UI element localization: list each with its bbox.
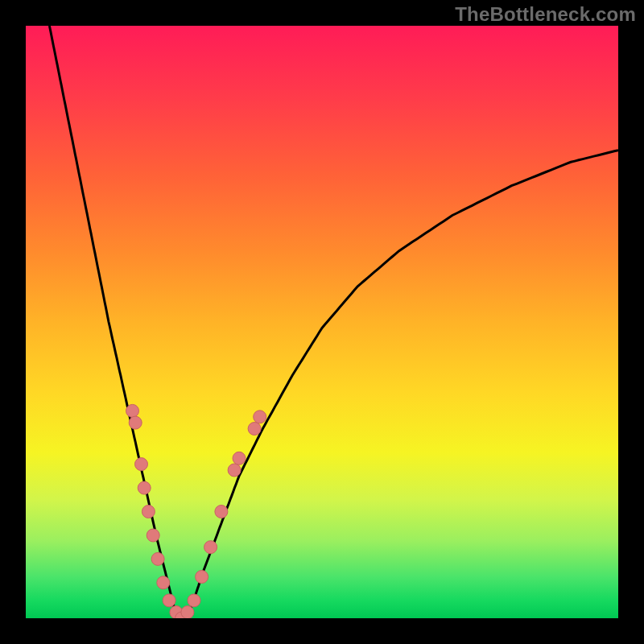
curve-dot — [233, 452, 246, 464]
curve-dot — [135, 458, 148, 471]
curve-dot — [228, 464, 241, 477]
chart-frame: TheBottleneck.com — [0, 0, 644, 644]
curve-dot — [126, 404, 139, 417]
curve-dot — [163, 594, 175, 607]
curve-dot — [181, 606, 194, 618]
bottleneck-curve-path — [49, 26, 618, 618]
chart-svg — [26, 26, 618, 618]
watermark-text: TheBottleneck.com — [455, 3, 636, 26]
curve-dot — [147, 529, 159, 542]
curve-dot — [254, 411, 266, 423]
curve-dot — [188, 594, 200, 607]
curve-dot — [215, 506, 228, 518]
curve-dot — [142, 506, 155, 518]
curve-dot — [138, 481, 151, 494]
curve-dot — [157, 576, 170, 589]
curve-dotted-region — [126, 404, 266, 618]
curve-dot — [129, 416, 142, 429]
curve-dot — [196, 571, 208, 584]
curve-dot — [204, 541, 217, 554]
curve-dot — [151, 552, 164, 565]
plot-area — [26, 26, 618, 618]
curve-dot — [248, 423, 261, 436]
